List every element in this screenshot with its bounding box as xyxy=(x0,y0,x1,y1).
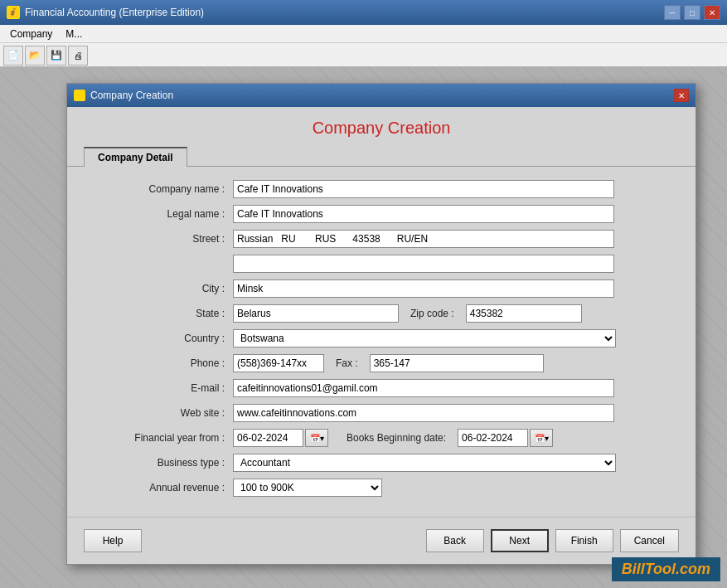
toolbar-new-button[interactable]: 📄 xyxy=(3,46,23,66)
fax-label: Fax : xyxy=(336,357,358,369)
dialog-footer: Help Back Next Finish Cancel xyxy=(67,517,695,564)
email-row: E-mail : xyxy=(100,379,662,397)
state-input[interactable] xyxy=(233,304,399,323)
fin-year-input[interactable] xyxy=(233,429,303,447)
zip-input[interactable] xyxy=(466,304,582,323)
email-label: E-mail : xyxy=(100,382,233,394)
dialog-icon xyxy=(74,90,85,101)
menu-company[interactable]: Company xyxy=(3,27,59,41)
street-row: Street : xyxy=(100,230,662,248)
country-row: Country : Botswana xyxy=(100,329,662,347)
annual-revenue-row: Annual revenue : 100 to 900K 1M to 10M 1… xyxy=(100,479,662,497)
form-area: Company name : Legal name : Street : xyxy=(67,166,695,517)
window-controls: ─ □ ✕ xyxy=(664,5,720,20)
close-app-button[interactable]: ✕ xyxy=(704,5,720,20)
fin-year-label: Financial year from : xyxy=(100,432,233,444)
back-button[interactable]: Back xyxy=(426,529,484,552)
website-row: Web site : xyxy=(100,404,662,422)
watermark: BillTool.com xyxy=(612,557,720,581)
city-label: City : xyxy=(100,283,233,294)
zip-code-label: Zip code : xyxy=(410,308,454,319)
minimize-button[interactable]: ─ xyxy=(664,5,681,20)
fin-year-date-field: 📅▾ xyxy=(233,429,328,447)
legal-name-input[interactable] xyxy=(233,205,614,223)
city-input[interactable] xyxy=(233,279,614,298)
next-button[interactable]: Next xyxy=(491,529,549,552)
background-area: Company Creation ✕ Company Creation Comp… xyxy=(0,66,727,588)
annual-revenue-label: Annual revenue : xyxy=(100,482,233,493)
company-name-row: Company name : xyxy=(100,180,662,198)
finish-button[interactable]: Finish xyxy=(555,529,613,552)
company-name-input[interactable] xyxy=(233,180,614,198)
toolbar-print-button[interactable]: 🖨 xyxy=(68,46,88,66)
menu-more[interactable]: M... xyxy=(59,27,89,41)
toolbar-open-button[interactable]: 📂 xyxy=(25,46,45,66)
business-type-label: Business type : xyxy=(100,457,233,469)
street2-input[interactable] xyxy=(233,255,614,273)
state-zip-group: Zip code : xyxy=(233,304,582,323)
street-label: Street : xyxy=(100,233,233,245)
tab-area: Company Detail xyxy=(67,146,695,166)
phone-label: Phone : xyxy=(100,357,233,369)
fin-year-row: Financial year from : 📅▾ Books Beginning… xyxy=(100,429,662,447)
maximize-button[interactable]: □ xyxy=(684,5,700,20)
company-creation-dialog: Company Creation ✕ Company Creation Comp… xyxy=(66,83,696,565)
legal-name-row: Legal name : xyxy=(100,205,662,223)
app-window: 💰 Financial Accounting (Enterprise Editi… xyxy=(0,0,727,588)
books-begin-input[interactable] xyxy=(458,429,528,447)
annual-revenue-select[interactable]: 100 to 900K 1M to 10M 10M to 100M 100M+ xyxy=(233,479,382,497)
city-row: City : xyxy=(100,279,662,298)
books-begin-calendar-button[interactable]: 📅▾ xyxy=(530,429,553,447)
fin-year-group: 📅▾ Books Beginning date: 📅▾ xyxy=(233,429,553,447)
app-icon: 💰 xyxy=(7,6,20,19)
app-titlebar: 💰 Financial Accounting (Enterprise Editi… xyxy=(0,0,727,25)
website-input[interactable] xyxy=(233,404,614,422)
watermark-text1: BillTool xyxy=(622,561,676,577)
books-begin-label: Books Beginning date: xyxy=(347,432,446,444)
phone-input[interactable] xyxy=(233,354,324,372)
dialog-close-button[interactable]: ✕ xyxy=(674,89,689,102)
street-input[interactable] xyxy=(233,230,614,248)
dialog-titlebar: Company Creation ✕ xyxy=(67,84,695,107)
country-select[interactable]: Botswana xyxy=(233,329,616,347)
cancel-button[interactable]: Cancel xyxy=(620,529,679,552)
dialog-header: Company Creation xyxy=(67,107,695,146)
state-zip-row: State : Zip code : xyxy=(100,304,662,323)
phone-fax-group: Fax : xyxy=(233,354,544,372)
email-input[interactable] xyxy=(233,379,614,397)
country-label: Country : xyxy=(100,333,233,344)
street2-row xyxy=(100,255,662,273)
company-name-label: Company name : xyxy=(100,183,233,195)
fin-year-calendar-button[interactable]: 📅▾ xyxy=(305,429,328,447)
toolbar-save-button[interactable]: 💾 xyxy=(46,46,66,66)
dialog-title: Company Creation xyxy=(90,90,674,101)
business-type-row: Business type : Accountant xyxy=(100,454,662,472)
state-label: State : xyxy=(100,308,233,319)
phone-fax-row: Phone : Fax : xyxy=(100,354,662,372)
legal-name-label: Legal name : xyxy=(100,208,233,220)
fax-input[interactable] xyxy=(370,354,544,372)
website-label: Web site : xyxy=(100,407,233,419)
books-begin-date-field: 📅▾ xyxy=(458,429,553,447)
app-title: Financial Accounting (Enterprise Edition… xyxy=(25,7,664,18)
toolbar: 📄 📂 💾 🖨 xyxy=(0,43,727,68)
menu-bar: Company M... xyxy=(0,25,727,43)
business-type-select[interactable]: Accountant xyxy=(233,454,616,472)
tab-company-detail[interactable]: Company Detail xyxy=(84,147,187,167)
help-button[interactable]: Help xyxy=(84,529,142,552)
watermark-text2: .com xyxy=(676,561,710,577)
